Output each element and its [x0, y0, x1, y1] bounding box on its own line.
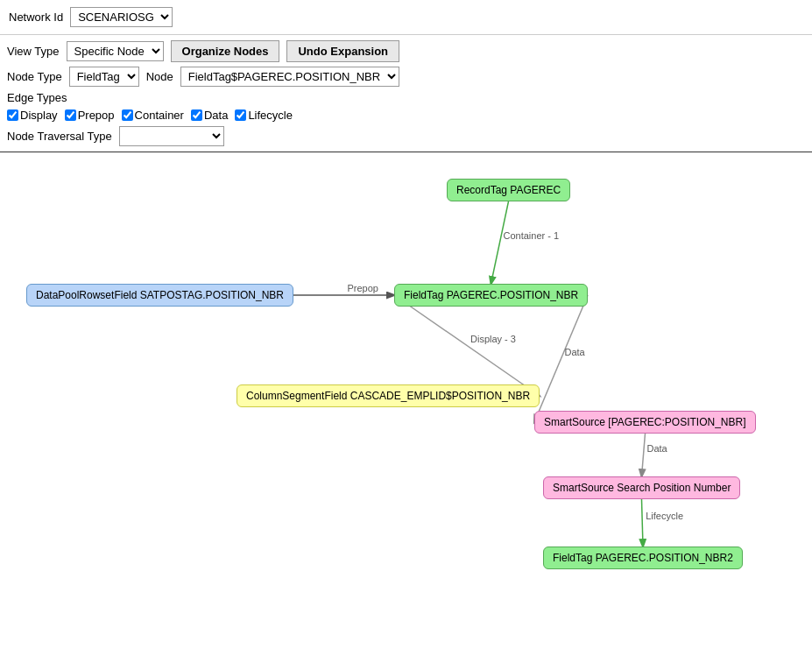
view-type-select[interactable]: Specific Node: [67, 41, 164, 61]
display-checkbox[interactable]: [7, 109, 18, 121]
container-checkbox[interactable]: [122, 109, 133, 121]
graph-node-fieldtag_main[interactable]: FieldTag PAGEREC.POSITION_NBR: [394, 284, 588, 307]
svg-line-4: [394, 295, 540, 396]
graph-node-smart_source1[interactable]: SmartSource [PAGEREC:POSITION_NBR]: [534, 411, 756, 434]
svg-line-8: [642, 434, 646, 476]
node-label: Node: [146, 70, 173, 83]
lifecycle-label: Lifecycle: [248, 109, 293, 122]
svg-text:Prepop: Prepop: [348, 283, 378, 293]
data-checkbox-item: Data: [191, 109, 228, 122]
network-id-label: Network Id: [9, 11, 63, 24]
prepop-label: Prepop: [78, 109, 115, 122]
controls-row-3: Edge Types: [7, 91, 805, 104]
node-type-select[interactable]: FieldTag: [69, 67, 139, 87]
svg-text:Data: Data: [565, 347, 586, 357]
svg-line-6: [534, 295, 588, 422]
edge-types-label: Edge Types: [7, 91, 67, 104]
organize-nodes-button[interactable]: Organize Nodes: [171, 40, 280, 62]
view-type-label: View Type: [7, 45, 60, 58]
controls-row-4: Display Prepop Container Data Lifecycle: [7, 109, 805, 122]
prepop-checkbox[interactable]: [65, 109, 76, 121]
node-select[interactable]: FieldTag$PAGEREC.POSITION_NBR: [180, 67, 399, 87]
graph-node-smart_source2[interactable]: SmartSource Search Position Number: [543, 476, 740, 499]
controls-row-5: Node Traversal Type Upstream Downstream …: [7, 126, 805, 146]
svg-line-0: [491, 201, 509, 284]
graph-area: Container - 1PrepopDisplay - 3DataDataLi…: [0, 152, 812, 643]
display-checkbox-item: Display: [7, 109, 58, 122]
display-label: Display: [20, 109, 58, 122]
container-label: Container: [135, 109, 184, 122]
graph-node-datapool[interactable]: DataPoolRowsetField SATPOSTAG.POSITION_N…: [26, 284, 293, 307]
node-traversal-select[interactable]: Upstream Downstream Both: [119, 126, 224, 146]
graph-node-column_seg[interactable]: ColumnSegmentField CASCADE_EMPLID$POSITI…: [237, 384, 540, 407]
controls-row-1: View Type Specific Node Organize Nodes U…: [7, 40, 805, 62]
controls-row-2: Node Type FieldTag Node FieldTag$PAGEREC…: [7, 67, 805, 87]
node-traversal-label: Node Traversal Type: [7, 130, 112, 143]
lifecycle-checkbox[interactable]: [235, 109, 246, 121]
svg-text:Data: Data: [647, 443, 668, 454]
node-type-label: Node Type: [7, 70, 62, 83]
container-checkbox-item: Container: [122, 109, 184, 122]
top-bar: Network Id SCENARIOSG: [0, 0, 812, 35]
svg-text:Container - 1: Container - 1: [504, 230, 560, 241]
prepop-checkbox-item: Prepop: [65, 109, 115, 122]
undo-expansion-button[interactable]: Undo Expansion: [286, 40, 399, 62]
controls-panel: View Type Specific Node Organize Nodes U…: [0, 35, 812, 152]
svg-text:Lifecycle: Lifecycle: [646, 511, 683, 521]
data-checkbox[interactable]: [191, 109, 202, 121]
svg-text:Display - 3: Display - 3: [470, 334, 516, 344]
network-id-select[interactable]: SCENARIOSG: [70, 7, 173, 27]
lifecycle-checkbox-item: Lifecycle: [235, 109, 293, 122]
svg-line-10: [642, 499, 644, 547]
graph-node-record_tag[interactable]: RecordTag PAGEREC: [447, 179, 570, 201]
graph-node-fieldtag2[interactable]: FieldTag PAGEREC.POSITION_NBR2: [543, 547, 743, 569]
data-label: Data: [204, 109, 228, 122]
